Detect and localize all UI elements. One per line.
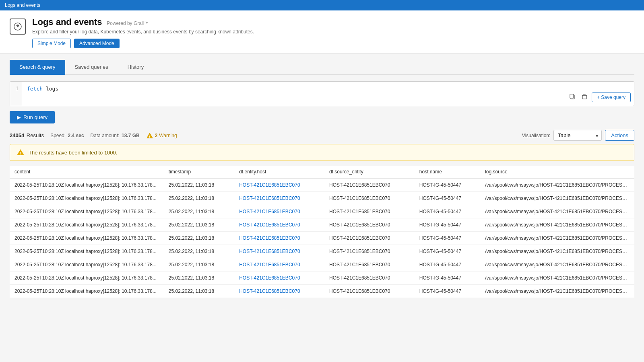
cell-hostname-8: HOST-IG-45-50447 <box>415 285 480 298</box>
actions-button[interactable]: Actions <box>605 130 634 141</box>
copy-query-button[interactable] <box>568 92 577 103</box>
table-body: 2022-05-25T10:28:10Z localhost haproxy[1… <box>10 178 634 298</box>
col-header-hostname: host.name <box>415 166 480 178</box>
col-header-logsource: log.source <box>480 166 634 178</box>
advanced-mode-button[interactable]: Advanced Mode <box>74 39 120 48</box>
warning-banner: ! The results have been limited to 1000. <box>10 144 634 161</box>
visualisation-control: Visualisation: Table Bar chart Line char… <box>522 130 634 141</box>
cell-source-entity-4: HOST-421C1E6851EBC070 <box>324 232 415 245</box>
main-content: Search & query Saved queries History 1 f… <box>0 53 644 304</box>
cell-entity-host-2[interactable]: HOST-421C1E6851EBC070 <box>234 205 324 218</box>
entity-link-5[interactable]: HOST-421C1E6851EBC070 <box>239 249 300 254</box>
cell-content-4: 2022-05-25T10:28:10Z localhost haproxy[1… <box>10 232 164 245</box>
cell-hostname-4: HOST-IG-45-50447 <box>415 232 480 245</box>
entity-link-8[interactable]: HOST-421C1E6851EBC070 <box>239 288 300 294</box>
cell-entity-host-0[interactable]: HOST-421C1E6851EBC070 <box>234 178 324 192</box>
cell-timestamp-0: 25.02.2022, 11:03:18 <box>164 178 234 192</box>
browser-title: Logs and events <box>5 2 40 8</box>
table-row[interactable]: 2022-05-25T10:28:10Z localhost haproxy[1… <box>10 285 634 298</box>
table-header: content timestamp dt.entity.host dt.sour… <box>10 166 634 178</box>
cell-timestamp-8: 25.02.2022, 11:03:18 <box>164 285 234 298</box>
cell-source-entity-0: HOST-421C1E6851EBC070 <box>324 178 415 192</box>
cell-content-5: 2022-05-25T10:28:10Z localhost haproxy[1… <box>10 245 164 258</box>
cell-logsource-1: /var/spool/cws/msaywsjo/HOST-421C1E6851E… <box>480 192 634 205</box>
save-query-button[interactable]: + Save query <box>592 93 631 102</box>
entity-link-6[interactable]: HOST-421C1E6851EBC070 <box>239 262 300 267</box>
cell-entity-host-8[interactable]: HOST-421C1E6851EBC070 <box>234 285 324 298</box>
line-numbers: 1 <box>10 82 22 106</box>
cell-timestamp-6: 25.02.2022, 11:03:18 <box>164 258 234 272</box>
entity-link-7[interactable]: HOST-421C1E6851EBC070 <box>239 275 300 281</box>
svg-rect-3 <box>570 94 574 98</box>
tab-search-query[interactable]: Search & query <box>10 60 65 75</box>
page-title-row: Logs and events Powered by Grail™ <box>32 17 634 27</box>
data-amount-meta: Data amount: 18.7 GB <box>91 133 140 138</box>
cell-entity-host-3[interactable]: HOST-421C1E6851EBC070 <box>234 218 324 232</box>
cell-logsource-8: /var/spool/cws/msaywsjo/HOST-421C1E6851E… <box>480 285 634 298</box>
col-header-entity-host: dt.entity.host <box>234 166 324 178</box>
cell-logsource-4: /var/spool/cws/msaywsjo/HOST-421C1E6851E… <box>480 232 634 245</box>
query-text-area[interactable]: fetch logs <box>22 82 634 106</box>
entity-link-1[interactable]: HOST-421C1E6851EBC070 <box>239 195 300 201</box>
table-row[interactable]: 2022-05-25T10:28:10Z localhost haproxy[1… <box>10 192 634 205</box>
tab-saved-queries[interactable]: Saved queries <box>65 60 118 75</box>
cell-entity-host-5[interactable]: HOST-421C1E6851EBC070 <box>234 245 324 258</box>
table-row[interactable]: 2022-05-25T10:28:10Z localhost haproxy[1… <box>10 218 634 232</box>
svg-text:!: ! <box>149 134 150 138</box>
tab-history[interactable]: History <box>118 60 153 75</box>
entity-link-2[interactable]: HOST-421C1E6851EBC070 <box>239 209 300 214</box>
cell-content-1: 2022-05-25T10:28:10Z localhost haproxy[1… <box>10 192 164 205</box>
entity-link-0[interactable]: HOST-421C1E6851EBC070 <box>239 182 300 188</box>
cell-content-0: 2022-05-25T10:28:10Z localhost haproxy[1… <box>10 178 164 192</box>
svg-point-1 <box>17 26 19 27</box>
col-header-source-entity: dt.source_entity <box>324 166 415 178</box>
mode-buttons: Simple Mode Advanced Mode <box>32 39 634 48</box>
simple-mode-button[interactable]: Simple Mode <box>32 39 71 48</box>
cell-source-entity-5: HOST-421C1E6851EBC070 <box>324 245 415 258</box>
warning-banner-icon: ! <box>17 148 25 156</box>
table-row[interactable]: 2022-05-25T10:28:10Z localhost haproxy[1… <box>10 272 634 285</box>
cell-source-entity-1: HOST-421C1E6851EBC070 <box>324 192 415 205</box>
speed-meta: Speed: 2.4 sec <box>50 133 84 138</box>
cell-hostname-0: HOST-IG-45-50447 <box>415 178 480 192</box>
page-header: Logs and events Powered by Grail™ Explor… <box>0 10 644 53</box>
table-row[interactable]: 2022-05-25T10:28:10Z localhost haproxy[1… <box>10 232 634 245</box>
page-title: Logs and events <box>32 17 102 27</box>
cell-entity-host-7[interactable]: HOST-421C1E6851EBC070 <box>234 272 324 285</box>
run-query-button[interactable]: ▶ Run query <box>10 111 55 123</box>
cell-hostname-1: HOST-IG-45-50447 <box>415 192 480 205</box>
warning-banner-message: The results have been limited to 1000. <box>29 150 117 156</box>
entity-link-4[interactable]: HOST-421C1E6851EBC070 <box>239 235 300 241</box>
query-keyword: fetch <box>27 86 43 92</box>
cell-logsource-6: /var/spool/cws/msaywsjo/HOST-421C1E6851E… <box>480 258 634 272</box>
page-powered-by: Powered by Grail™ <box>107 21 149 26</box>
cell-hostname-3: HOST-IG-45-50447 <box>415 218 480 232</box>
cell-logsource-2: /var/spool/cws/msaywsjo/HOST-421C1E6851E… <box>480 205 634 218</box>
delete-query-button[interactable] <box>580 92 589 103</box>
results-count: 24054 Results <box>10 132 44 138</box>
entity-link-3[interactable]: HOST-421C1E6851EBC070 <box>239 222 300 228</box>
visualisation-select[interactable]: Table Bar chart Line chart <box>553 130 602 141</box>
svg-rect-4 <box>582 95 586 99</box>
tabs: Search & query Saved queries History <box>10 60 634 75</box>
cell-source-entity-8: HOST-421C1E6851EBC070 <box>324 285 415 298</box>
table-row[interactable]: 2022-05-25T10:28:10Z localhost haproxy[1… <box>10 178 634 192</box>
table-row[interactable]: 2022-05-25T10:28:10Z localhost haproxy[1… <box>10 258 634 272</box>
cell-timestamp-3: 25.02.2022, 11:03:18 <box>164 218 234 232</box>
cell-source-entity-2: HOST-421C1E6851EBC070 <box>324 205 415 218</box>
cell-content-7: 2022-05-25T10:28:10Z localhost haproxy[1… <box>10 272 164 285</box>
cell-logsource-0: /var/spool/cws/msaywsjo/HOST-421C1E6851E… <box>480 178 634 192</box>
cell-source-entity-6: HOST-421C1E6851EBC070 <box>324 258 415 272</box>
table-row[interactable]: 2022-05-25T10:28:10Z localhost haproxy[1… <box>10 245 634 258</box>
table-row[interactable]: 2022-05-25T10:28:10Z localhost haproxy[1… <box>10 205 634 218</box>
cell-entity-host-6[interactable]: HOST-421C1E6851EBC070 <box>234 258 324 272</box>
query-actions: + Save query <box>568 92 631 103</box>
cell-entity-host-1[interactable]: HOST-421C1E6851EBC070 <box>234 192 324 205</box>
cell-hostname-6: HOST-IG-45-50447 <box>415 258 480 272</box>
browser-top-bar: Logs and events <box>0 0 644 10</box>
cell-timestamp-2: 25.02.2022, 11:03:18 <box>164 205 234 218</box>
cell-entity-host-4[interactable]: HOST-421C1E6851EBC070 <box>234 232 324 245</box>
cell-content-3: 2022-05-25T10:28:10Z localhost haproxy[1… <box>10 218 164 232</box>
results-bar: 24054 Results Speed: 2.4 sec Data amount… <box>10 130 634 141</box>
cell-timestamp-4: 25.02.2022, 11:03:18 <box>164 232 234 245</box>
